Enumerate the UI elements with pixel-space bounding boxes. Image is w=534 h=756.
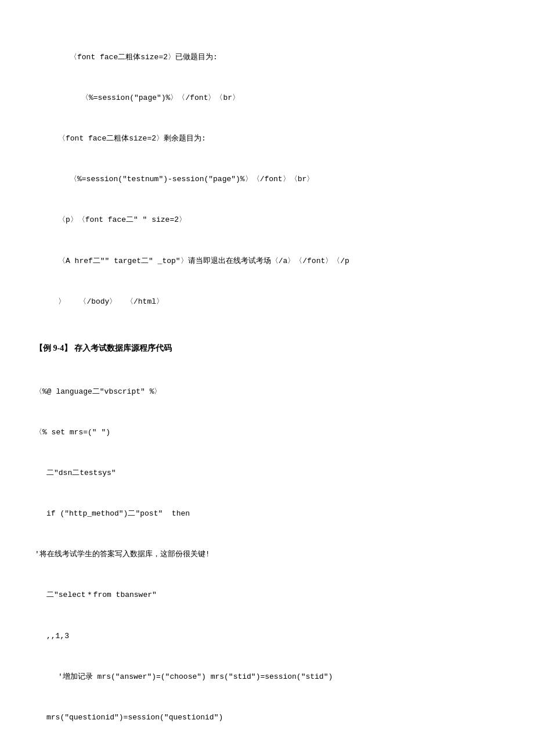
code-line: 〈font face二粗体size=2〉已做题目为: [70,51,499,64]
code-line [35,751,499,756]
code-line: ,,1,3 [46,629,499,643]
code-section-main: 〈%@ language二″vbscript″ %〉 〈% set mrs=(″… [35,358,499,756]
code-line: 〈%@ language二″vbscript″ %〉 [35,385,499,398]
code-line: 〈font face二粗体size=2〉剩余题目为: [58,132,499,145]
code-line: 〈p〉〈font face二″ ″ size=2〉 [58,213,499,226]
code-line: 〈% set mrs=(″ ″) [35,426,499,439]
code-line: if (″http_method″)二″post″ then [46,507,499,520]
code-line: 〈A href二″″ target二″ _top″〉请当即退出在线考试考场〈/a… [58,254,499,268]
code-line: 〉 〈/body〉 〈/html〉 [58,295,499,308]
code-line: 〈%=session(″testnum″)-session(″page″)%〉〈… [70,172,499,186]
code-line: '将在线考试学生的答案写入数据库，这部份很关键! [35,548,499,561]
code-section-top: 〈font face二粗体size=2〉已做题目为: 〈%=session(″p… [35,23,499,336]
code-line: 二″dsn二testsys″ [46,466,499,480]
example-title-block: 【例 9-4】 存入考试数据库源程序代码 [35,341,499,355]
code-line: 〈%=session(″page″)%〉〈/font〉〈br〉 [81,91,499,105]
code-line: mrs("questionid")=session("questionid") [46,711,499,724]
main-content: 〈font face二粗体size=2〉已做题目为: 〈%=session(″p… [35,23,499,756]
code-line: '增加记录 mrs("answer")=("choose") mrs("stid… [58,670,499,683]
example-title: 【例 9-4】 存入考试数据库源程序代码 [35,344,172,352]
code-line: 二″select＊from tbanswer″ [46,588,499,602]
